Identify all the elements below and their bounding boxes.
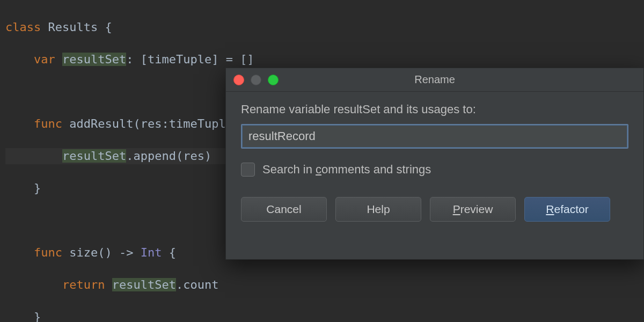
dialog-titlebar[interactable]: Rename (226, 68, 643, 92)
code-line: } (5, 309, 639, 322)
code-line: class Results { (5, 19, 639, 35)
dialog-title: Rename (414, 74, 455, 86)
refactor-button[interactable]: Refactor (524, 197, 610, 222)
rename-dialog: Rename Rename variable resultSet and its… (225, 68, 644, 260)
kw-class: class (5, 20, 41, 34)
minimize-icon[interactable] (251, 75, 261, 85)
zoom-icon[interactable] (268, 75, 279, 85)
class-name: Results (48, 20, 98, 34)
checkbox-label: Search in comments and strings (262, 163, 431, 177)
dialog-body: Rename variable resultSet and its usages… (226, 92, 643, 233)
var-resultset: resultSet (112, 278, 176, 291)
preview-button[interactable]: Preview (430, 197, 516, 222)
kw-return: return (62, 278, 105, 291)
kw-func: func (34, 246, 62, 259)
kw-func: func (34, 117, 62, 130)
dialog-button-row: Cancel Help Preview Refactor (241, 197, 628, 222)
code-line: return resultSet.count (5, 277, 639, 293)
help-button[interactable]: Help (335, 197, 421, 222)
code-line: var resultSet: [timeTuple] = [] (5, 52, 639, 68)
window-controls (233, 75, 279, 85)
kw-var: var (34, 53, 55, 66)
var-resultset: resultSet (62, 53, 126, 66)
close-icon[interactable] (233, 75, 244, 85)
var-resultset: resultSet (62, 149, 126, 163)
checkbox-icon[interactable] (241, 163, 255, 177)
cancel-button[interactable]: Cancel (241, 197, 327, 222)
rename-input[interactable] (241, 124, 628, 149)
rename-prompt: Rename variable resultSet and its usages… (241, 103, 628, 116)
search-comments-checkbox[interactable]: Search in comments and strings (241, 163, 628, 177)
